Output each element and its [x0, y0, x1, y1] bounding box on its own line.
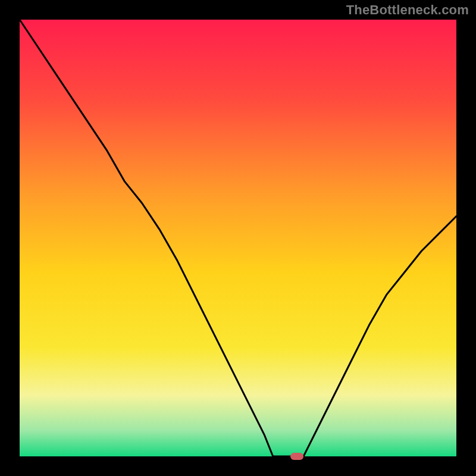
watermark-label: TheBottleneck.com [346, 2, 469, 18]
plot-area [20, 20, 456, 456]
optimal-marker [290, 453, 303, 460]
bottleneck-chart [0, 0, 476, 476]
chart-container: TheBottleneck.com [0, 0, 476, 476]
